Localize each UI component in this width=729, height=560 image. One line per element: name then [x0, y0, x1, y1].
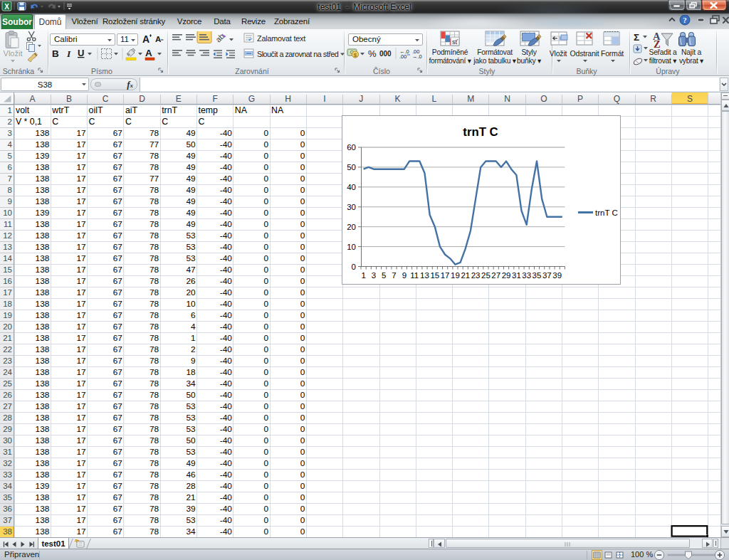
- svg-text:0: 0: [264, 174, 269, 184]
- svg-text:49: 49: [186, 458, 195, 468]
- svg-text:17: 17: [76, 151, 85, 161]
- svg-text:20: 20: [3, 322, 12, 331]
- svg-text:138: 138: [36, 287, 50, 297]
- svg-text:138: 138: [36, 401, 50, 411]
- svg-text:-40: -40: [220, 379, 232, 389]
- svg-text:138: 138: [36, 253, 50, 263]
- svg-text:49: 49: [186, 151, 195, 161]
- svg-text:17: 17: [76, 219, 85, 229]
- svg-text:-40: -40: [220, 390, 232, 400]
- svg-text:20: 20: [186, 287, 196, 297]
- svg-text:49: 49: [186, 162, 195, 172]
- svg-text:17: 17: [76, 367, 85, 377]
- svg-text:15: 15: [430, 271, 439, 280]
- svg-text:78: 78: [150, 367, 159, 377]
- svg-text:53: 53: [186, 401, 196, 411]
- svg-text:0: 0: [300, 458, 305, 468]
- svg-text:9: 9: [8, 197, 12, 206]
- svg-text:29: 29: [502, 271, 511, 280]
- svg-text:0: 0: [300, 401, 305, 411]
- svg-text:67: 67: [113, 174, 122, 184]
- svg-text:0: 0: [300, 413, 305, 423]
- svg-text:0: 0: [300, 265, 305, 275]
- svg-text:53: 53: [186, 242, 196, 252]
- svg-text:26: 26: [3, 391, 12, 399]
- svg-text:A: A: [155, 35, 161, 43]
- svg-text:17: 17: [76, 128, 85, 138]
- svg-text:0: 0: [300, 208, 305, 218]
- svg-text:-40: -40: [220, 458, 232, 468]
- svg-text:-40: -40: [220, 344, 232, 354]
- svg-text:0: 0: [300, 276, 305, 286]
- svg-text:13: 13: [3, 243, 12, 251]
- svg-text:78: 78: [150, 504, 159, 514]
- svg-text:138: 138: [36, 174, 50, 184]
- svg-text:0: 0: [264, 231, 269, 241]
- svg-text:67: 67: [113, 287, 122, 297]
- svg-text:78: 78: [150, 481, 159, 491]
- svg-text:22: 22: [3, 345, 12, 354]
- svg-text:78: 78: [150, 265, 159, 275]
- svg-text:67: 67: [113, 424, 122, 434]
- svg-text:53: 53: [186, 447, 196, 457]
- svg-text:138: 138: [36, 185, 50, 195]
- svg-text:40: 40: [347, 183, 356, 191]
- svg-text:17: 17: [76, 435, 85, 445]
- svg-text:138: 138: [36, 515, 50, 525]
- svg-text:78: 78: [150, 299, 159, 309]
- svg-text:trnT C: trnT C: [463, 125, 498, 139]
- svg-text:17: 17: [76, 242, 85, 252]
- svg-text:34: 34: [3, 482, 12, 490]
- svg-text:17: 17: [76, 174, 85, 184]
- svg-text:Σ: Σ: [634, 32, 639, 43]
- svg-text:138: 138: [36, 344, 50, 354]
- svg-text:17: 17: [76, 470, 85, 480]
- svg-text:A: A: [145, 48, 152, 58]
- svg-text:0: 0: [264, 435, 269, 445]
- svg-text:139: 139: [36, 208, 50, 218]
- svg-text:17: 17: [76, 515, 85, 525]
- svg-text:138: 138: [36, 470, 50, 480]
- svg-text:78: 78: [150, 162, 159, 172]
- svg-text:138: 138: [36, 333, 50, 343]
- svg-text:0: 0: [264, 401, 269, 411]
- svg-text:0: 0: [300, 356, 305, 366]
- svg-text:D: D: [139, 94, 145, 104]
- svg-text:67: 67: [113, 322, 122, 332]
- svg-text:78: 78: [150, 424, 159, 434]
- svg-text:138: 138: [36, 367, 50, 377]
- svg-text:50: 50: [347, 163, 356, 171]
- svg-text:17: 17: [76, 208, 85, 218]
- svg-text:138: 138: [36, 219, 50, 229]
- svg-text:-40: -40: [220, 356, 232, 366]
- svg-text:-40: -40: [220, 253, 232, 263]
- svg-text:17: 17: [76, 413, 85, 423]
- svg-text:0: 0: [300, 504, 305, 514]
- svg-text:77: 77: [150, 139, 159, 149]
- svg-text:V * 0,1: V * 0,1: [16, 117, 42, 127]
- svg-text:78: 78: [150, 527, 159, 537]
- svg-text:0: 0: [300, 310, 305, 320]
- svg-text:-40: -40: [220, 128, 232, 138]
- svg-text:38: 38: [3, 527, 12, 536]
- svg-text:I: I: [323, 94, 325, 104]
- svg-text:138: 138: [36, 424, 50, 434]
- svg-text:19: 19: [3, 311, 12, 319]
- svg-text:67: 67: [113, 162, 122, 172]
- svg-text:C: C: [199, 117, 205, 127]
- svg-text:Q: Q: [614, 94, 620, 104]
- svg-text:138: 138: [36, 379, 50, 389]
- svg-text:78: 78: [150, 379, 159, 389]
- svg-text:0: 0: [264, 379, 269, 389]
- svg-text:138: 138: [36, 413, 50, 423]
- svg-text:-40: -40: [220, 504, 232, 514]
- svg-text:-40: -40: [220, 162, 232, 172]
- svg-text:10: 10: [347, 243, 356, 251]
- svg-text:%: %: [368, 48, 377, 59]
- svg-text:78: 78: [150, 242, 159, 252]
- svg-text:78: 78: [150, 390, 159, 400]
- svg-text:138: 138: [36, 231, 50, 241]
- svg-text:8: 8: [8, 186, 12, 194]
- svg-text:I: I: [66, 48, 71, 59]
- svg-text:0: 0: [300, 219, 305, 229]
